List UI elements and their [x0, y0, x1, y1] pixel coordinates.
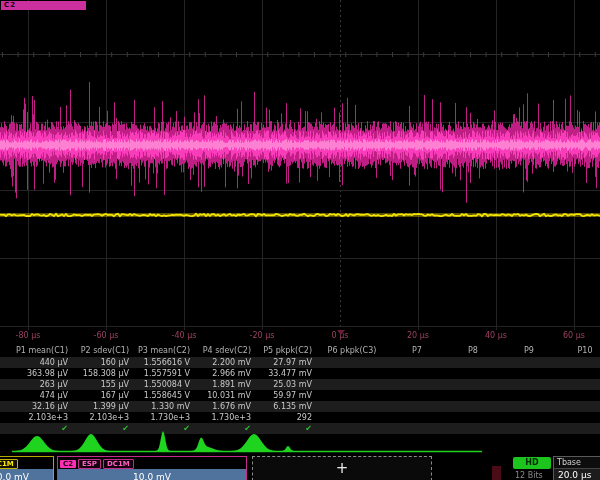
c1-vdiv-value: 10.0 mV	[0, 469, 53, 480]
hd-bits-label: 12 Bits	[515, 471, 543, 480]
measure-value: 1.550084 V	[132, 379, 193, 390]
time-label: 20 µs	[407, 331, 429, 340]
measure-header-p1[interactable]: P1 mean(C1)	[10, 345, 71, 357]
measure-row-mean: 363.98 µV 158.308 µV 1.557591 V 2.966 mV…	[0, 368, 600, 379]
measure-header-p3[interactable]: P3 mean(C2)	[132, 345, 193, 357]
measure-value: 2.966 mV	[193, 368, 254, 379]
trace-annotation-chip[interactable]: C2	[1, 1, 86, 10]
measure-value: 263 µV	[10, 379, 71, 390]
measure-value: 6.135 mV	[254, 401, 315, 412]
measure-value: 10.031 mV	[193, 390, 254, 401]
measure-value: 27.97 mV	[254, 357, 315, 368]
measure-value: 1.399 µV	[71, 401, 132, 412]
descriptor-bar: C1 DC1M 10.0 mV C2 ESP DC1M 10.0 mV + HD…	[0, 456, 600, 480]
measure-value: 1.556616 V	[132, 357, 193, 368]
measure-header-p9[interactable]: P9	[501, 345, 557, 357]
measure-row-value: 440 µV 160 µV 1.556616 V 2.200 mV 27.97 …	[0, 357, 600, 368]
measure-header-p6[interactable]: P6 pkpk(C3)	[315, 345, 389, 357]
hd-mode-badge[interactable]: HD	[513, 457, 551, 469]
measure-value: 474 µV	[10, 390, 71, 401]
measure-value: 160 µV	[71, 357, 132, 368]
time-label: -80 µs	[16, 331, 41, 340]
measure-row-min: 263 µV 155 µV 1.550084 V 1.891 mV 25.03 …	[0, 379, 600, 390]
measure-value: 1.676 mV	[193, 401, 254, 412]
c2-coupling-badge: DC1M	[103, 459, 134, 469]
time-label: -20 µs	[250, 331, 275, 340]
measure-header-p10[interactable]: P10	[557, 345, 600, 357]
add-trace-button[interactable]: +	[252, 456, 432, 480]
c2-esp-badge: ESP	[78, 459, 101, 469]
measure-header-p4[interactable]: P4 sdev(C2)	[193, 345, 254, 357]
timebase-descriptor[interactable]: Tbase 20.0 µs	[553, 456, 600, 480]
measure-value: 1.730e+3	[193, 412, 254, 423]
measure-header-p7[interactable]: P7	[389, 345, 445, 357]
measure-row-sdev: 32.16 µV 1.399 µV 1.330 mV 1.676 mV 6.13…	[0, 401, 600, 412]
trigger-position-icon[interactable]	[337, 330, 345, 335]
measure-value: 167 µV	[71, 390, 132, 401]
measure-value: 33.477 mV	[254, 368, 315, 379]
c2-vdiv-value: 10.0 mV	[58, 469, 246, 480]
measure-header-p8[interactable]: P8	[445, 345, 501, 357]
measure-value: 2.200 mV	[193, 357, 254, 368]
time-label: 60 µs	[563, 331, 585, 340]
measure-value: 2.103e+3	[71, 412, 132, 423]
measurement-table: P1 mean(C1) P2 sdev(C1) P3 mean(C2) P4 s…	[0, 345, 600, 434]
measure-value: 1.557591 V	[132, 368, 193, 379]
measurement-histicons	[0, 429, 600, 456]
time-label: -40 µs	[172, 331, 197, 340]
measure-value: 59.97 mV	[254, 390, 315, 401]
oscilloscope-screen: C2 -80 µs -60 µs -40 µs -20 µs 0 µs 20 µ…	[0, 0, 600, 480]
measure-value: 155 µV	[71, 379, 132, 390]
measure-value: 2.103e+3	[10, 412, 71, 423]
measure-value: 1.730e+3	[132, 412, 193, 423]
trigger-descriptor-partial[interactable]	[492, 466, 501, 480]
measure-value: 158.308 µV	[71, 368, 132, 379]
timebase-title: Tbase	[554, 457, 600, 469]
measure-header-p2[interactable]: P2 sdev(C1)	[71, 345, 132, 357]
measure-row-max: 474 µV 167 µV 1.558645 V 10.031 mV 59.97…	[0, 390, 600, 401]
measure-value: 25.03 mV	[254, 379, 315, 390]
measure-header-p5[interactable]: P5 pkpk(C2)	[254, 345, 315, 357]
time-axis: -80 µs -60 µs -40 µs -20 µs 0 µs 20 µs 4…	[0, 330, 600, 344]
channel-c1-descriptor[interactable]: C1 DC1M 10.0 mV	[0, 456, 54, 480]
measure-value: 1.558645 V	[132, 390, 193, 401]
measurement-header-row: P1 mean(C1) P2 sdev(C1) P3 mean(C2) P4 s…	[0, 345, 600, 357]
measure-value: 440 µV	[10, 357, 71, 368]
time-label: 40 µs	[485, 331, 507, 340]
waveform-display[interactable]	[0, 0, 600, 330]
measure-value: 1.330 mV	[132, 401, 193, 412]
measure-value: 292	[254, 412, 315, 423]
measure-value: 363.98 µV	[10, 368, 71, 379]
timebase-value: 20.0 µs	[554, 469, 600, 480]
time-label: -60 µs	[94, 331, 119, 340]
measure-value: 32.16 µV	[10, 401, 71, 412]
c2-label-badge: C2	[60, 460, 76, 468]
measure-value: 1.891 mV	[193, 379, 254, 390]
measure-row-num: 2.103e+3 2.103e+3 1.730e+3 1.730e+3 292	[0, 412, 600, 423]
c1-coupling-badge: DC1M	[0, 459, 18, 469]
channel-c2-descriptor[interactable]: C2 ESP DC1M 10.0 mV	[57, 456, 247, 480]
